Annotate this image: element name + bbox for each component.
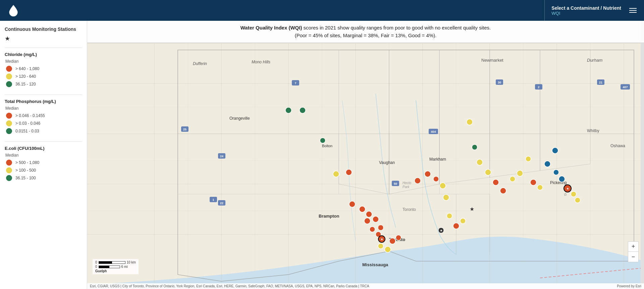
svg-point-71 <box>359 206 365 212</box>
legend-chloride: Chloride (mg/L) Median > 640 - 1,080 > 1… <box>5 52 82 87</box>
ecoli-dot-high <box>6 160 12 166</box>
ecoli-dot-low <box>6 175 12 181</box>
chloride-title: Chloride (mg/L) <box>5 52 82 57</box>
menu-button[interactable] <box>629 8 639 13</box>
sidebar-star-icon: ★ <box>5 35 82 42</box>
svg-text:25: 25 <box>183 128 186 131</box>
scrollbar[interactable] <box>641 21 644 289</box>
legend-ecoli: E.coli (CFU/100mL) Median > 500 - 1,080 … <box>5 146 82 181</box>
zoom-out-button[interactable]: − <box>628 252 638 262</box>
phosphorus-dot-high <box>6 113 12 119</box>
scale-km-label: 10 km <box>127 261 136 264</box>
svg-text:1: 1 <box>212 198 214 201</box>
svg-text:Mississauga: Mississauga <box>362 262 388 267</box>
svg-point-94 <box>467 119 473 125</box>
svg-text:☆: ☆ <box>564 192 567 197</box>
svg-text:Hecto: Hecto <box>402 181 412 185</box>
chloride-item-2: > 120 - 640 <box>5 73 82 79</box>
ecoli-item-2: > 100 - 500 <box>5 167 82 173</box>
scale-bar: 0 10 km 0 6 mi Guelph <box>93 259 139 274</box>
attribution-text: Esri, CGIAR, USGS | City of Toronto, Pro… <box>90 284 369 288</box>
chloride-label-high: > 640 - 1,080 <box>15 66 39 71</box>
svg-point-68 <box>333 171 339 177</box>
ecoli-title: E.coli (CFU/100mL) <box>5 146 82 151</box>
svg-point-89 <box>447 213 452 219</box>
svg-point-87 <box>440 183 446 189</box>
chloride-label-mid: > 120 - 640 <box>15 74 36 79</box>
svg-point-69 <box>346 169 352 175</box>
phosphorus-label-low: 0.0151 - 0.03 <box>15 129 39 133</box>
svg-text:Newmarket: Newmarket <box>481 58 503 63</box>
svg-text:30: 30 <box>498 81 501 84</box>
svg-text:Park: Park <box>402 185 410 189</box>
map-header-bold: Water Quality Index (WQI) <box>240 25 302 31</box>
contaminant-current-value: WQI <box>551 11 621 16</box>
contaminant-select-label: Select a Contaminant / Nutrient <box>551 5 621 11</box>
ecoli-label-mid: > 100 - 500 <box>15 168 36 173</box>
svg-point-88 <box>443 194 449 200</box>
main-content: Continuous Monitoring Stations ★ Chlorid… <box>0 21 644 289</box>
svg-point-67 <box>320 138 325 143</box>
svg-text:Bolton: Bolton <box>322 144 332 148</box>
svg-point-66 <box>300 107 306 113</box>
phosphorus-dot-low <box>6 128 12 134</box>
svg-point-86 <box>433 176 439 182</box>
svg-text:2: 2 <box>538 85 539 89</box>
zoom-controls[interactable]: + − <box>628 241 639 262</box>
svg-point-91 <box>460 218 466 224</box>
sidebar-divider-2 <box>5 95 82 95</box>
map-header: Water Quality Index (WQI) scores in 2021… <box>87 21 644 43</box>
ecoli-label-high: > 500 - 1,080 <box>15 160 39 165</box>
svg-point-84 <box>415 178 421 184</box>
svg-text:★: ★ <box>380 237 383 241</box>
svg-point-78 <box>385 246 391 252</box>
svg-text:50: 50 <box>394 182 397 185</box>
svg-point-106 <box>552 148 558 154</box>
map-header-text: Water Quality Index (WQI) scores in 2021… <box>94 24 637 39</box>
svg-text:Dufferin: Dufferin <box>193 61 207 66</box>
svg-text:Brampton: Brampton <box>319 214 339 219</box>
svg-point-65 <box>285 107 291 113</box>
chloride-item-1: > 640 - 1,080 <box>5 66 82 72</box>
svg-text:Toronto: Toronto <box>402 207 416 212</box>
chloride-dot-low <box>6 81 12 87</box>
contaminant-selector-area[interactable]: Select a Contaminant / Nutrient WQI <box>544 0 621 21</box>
svg-point-95 <box>472 144 477 150</box>
svg-text:Markham: Markham <box>429 157 446 162</box>
scale-zero-label: 0 <box>95 261 97 264</box>
svg-point-107 <box>553 170 559 175</box>
svg-point-103 <box>530 179 536 185</box>
svg-point-72 <box>366 211 372 217</box>
svg-point-99 <box>500 188 506 194</box>
ecoli-label-low: 36.15 - 100 <box>15 176 36 180</box>
svg-point-80 <box>396 235 401 240</box>
phosphorus-label-high: > 0.046 - 0.1455 <box>15 113 45 118</box>
svg-text:Orangeville: Orangeville <box>229 116 250 121</box>
svg-point-81 <box>378 225 383 230</box>
sidebar-divider-1 <box>5 48 82 48</box>
map-svg-area[interactable]: 1 7 404 50 24 22 2 407 30 21 <box>87 44 644 289</box>
svg-text:Oshawa: Oshawa <box>610 143 625 148</box>
svg-point-70 <box>349 201 355 207</box>
sidebar-divider-3 <box>5 141 82 142</box>
ecoli-item-1: > 500 - 1,080 <box>5 160 82 166</box>
svg-point-73 <box>364 218 370 224</box>
svg-point-85 <box>425 171 431 177</box>
phosphorus-item-2: > 0.03 - 0.046 <box>5 120 82 126</box>
svg-text:7: 7 <box>294 81 296 85</box>
svg-text:★: ★ <box>566 187 569 190</box>
svg-point-105 <box>544 161 550 167</box>
ecoli-dot-mid <box>6 167 12 173</box>
sidebar: Continuous Monitoring Stations ★ Chlorid… <box>0 21 87 289</box>
phosphorus-item-3: 0.0151 - 0.03 <box>5 128 82 134</box>
map-container[interactable]: Water Quality Index (WQI) scores in 2021… <box>87 21 644 289</box>
svg-text:Whitby: Whitby <box>587 128 599 133</box>
svg-point-96 <box>477 159 483 165</box>
zoom-in-button[interactable]: + <box>628 242 638 252</box>
ecoli-subtitle: Median <box>5 153 82 158</box>
app-header: Select a Contaminant / Nutrient WQI <box>0 0 644 21</box>
svg-point-100 <box>510 176 515 182</box>
svg-text:404: 404 <box>431 130 436 133</box>
svg-point-111 <box>571 191 576 197</box>
svg-point-79 <box>389 238 395 244</box>
